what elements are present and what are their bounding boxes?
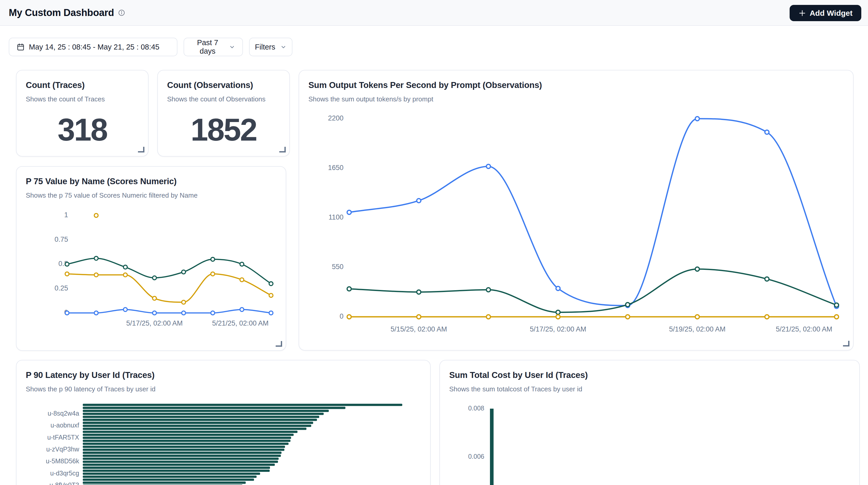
svg-text:0.25: 0.25	[54, 284, 68, 292]
widget-p90-latency: P 90 Latency by User Id (Traces) Shows t…	[16, 360, 431, 485]
widget-title: Count (Traces)	[17, 70, 148, 90]
resize-corner-icon[interactable]	[276, 341, 282, 347]
svg-text:5/21/25, 02:00 AM: 5/21/25, 02:00 AM	[212, 320, 269, 327]
chevron-down-icon	[229, 44, 235, 50]
svg-text:5/19/25, 02:00 AM: 5/19/25, 02:00 AM	[669, 325, 725, 333]
p90-latency-bar-chart[interactable]: u-8sq2w4au-aobnuxfu-tFAR5TXu-zVqP3hwu-5M…	[17, 360, 431, 485]
filter-bar: May 14, 25 : 08:45 - May 21, 25 : 08:45 …	[0, 26, 868, 57]
plus-icon	[798, 9, 806, 17]
widget-title: Count (Observations)	[158, 70, 289, 90]
date-range-value: May 14, 25 : 08:45 - May 21, 25 : 08:45	[29, 43, 159, 51]
svg-text:5/17/25, 02:00 AM: 5/17/25, 02:00 AM	[126, 320, 183, 327]
svg-text:5/17/25, 02:00 AM: 5/17/25, 02:00 AM	[530, 325, 586, 333]
svg-text:u-tFAR5TX: u-tFAR5TX	[47, 434, 79, 441]
svg-text:0: 0	[340, 312, 343, 320]
count-traces-value: 318	[17, 112, 148, 148]
svg-text:u-d3qr5cg: u-d3qr5cg	[50, 469, 79, 477]
cost-bar-chart[interactable]: 0.0060.008	[440, 360, 860, 485]
count-observations-value: 1852	[158, 112, 289, 148]
time-preset-value: Past 7 days	[191, 38, 224, 56]
resize-corner-icon[interactable]	[843, 341, 849, 346]
widget-p75-value-by-name: P 75 Value by Name (Scores Numeric) Show…	[16, 166, 286, 351]
svg-text:u-8sq2w4a: u-8sq2w4a	[48, 410, 79, 417]
svg-text:5/15/25, 02:00 AM: 5/15/25, 02:00 AM	[391, 325, 447, 333]
svg-text:u-aobnuxf: u-aobnuxf	[51, 422, 79, 429]
calendar-icon	[17, 43, 25, 51]
widget-sum-total-cost: Sum Total Cost by User Id (Traces) Shows…	[439, 360, 860, 485]
widget-subtitle: Shows the count of Observations	[167, 95, 280, 103]
widget-count-traces: Count (Traces) Shows the count of Traces…	[16, 70, 149, 157]
svg-text:550: 550	[332, 263, 343, 271]
resize-corner-icon[interactable]	[279, 147, 286, 152]
filters-dropdown[interactable]: Filters	[249, 38, 292, 56]
info-icon[interactable]	[118, 9, 125, 16]
svg-text:1100: 1100	[329, 213, 343, 221]
svg-text:0.008: 0.008	[468, 404, 484, 412]
p75-line-chart[interactable]: 00.250.50.7515/17/25, 02:00 AM5/21/25, 0…	[17, 166, 287, 352]
svg-text:1650: 1650	[328, 164, 343, 172]
resize-corner-icon[interactable]	[138, 147, 145, 152]
widget-subtitle: Shows the count of Traces	[26, 95, 139, 103]
filters-label: Filters	[255, 43, 275, 51]
page-title: My Custom Dashboard	[9, 7, 114, 18]
date-range-picker[interactable]: May 14, 25 : 08:45 - May 21, 25 : 08:45	[9, 38, 178, 56]
topbar: My Custom Dashboard Add Widget	[0, 0, 868, 26]
svg-text:1: 1	[64, 211, 68, 219]
page-title-row: My Custom Dashboard	[9, 0, 125, 25]
svg-text:u-zVqP3hw: u-zVqP3hw	[46, 446, 80, 453]
widget-count-observations: Count (Observations) Shows the count of …	[157, 70, 290, 157]
svg-text:0.006: 0.006	[468, 453, 484, 460]
widget-tokens-per-prompt: Sum Output Tokens Per Second by Prompt (…	[299, 70, 854, 351]
time-preset-dropdown[interactable]: Past 7 days	[184, 38, 243, 56]
add-widget-button[interactable]: Add Widget	[789, 5, 861, 21]
svg-text:5/21/25, 02:00 AM: 5/21/25, 02:00 AM	[776, 325, 832, 333]
add-widget-label: Add Widget	[810, 9, 852, 18]
tokens-line-chart[interactable]: 05501100165022005/15/25, 02:00 AM5/17/25…	[299, 70, 854, 351]
svg-text:2200: 2200	[328, 114, 343, 122]
svg-text:0.75: 0.75	[54, 236, 68, 243]
svg-text:u-5M8D56k: u-5M8D56k	[46, 457, 80, 465]
chevron-down-icon	[280, 44, 286, 50]
svg-text:u-8fVe9T3: u-8fVe9T3	[50, 481, 79, 485]
